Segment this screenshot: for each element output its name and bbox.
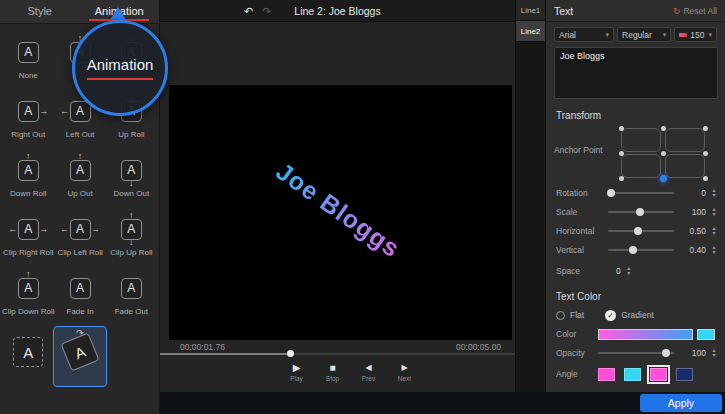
rotation-stepper[interactable]: ▴▾ <box>709 188 719 198</box>
chevron-down-icon: ▾ <box>705 31 712 39</box>
letter-a-icon: A <box>18 101 39 122</box>
stop-button[interactable]: ■Stop <box>321 361 345 382</box>
slider-knob[interactable] <box>629 246 637 254</box>
animation-preset-up-out[interactable]: A↑Up Out <box>54 150 105 209</box>
vertical-value[interactable]: 0.40 <box>680 245 706 255</box>
text-input[interactable]: Joe Bloggs <box>554 47 718 99</box>
font-size-select[interactable]: 150 ▾ <box>674 27 717 42</box>
arrow-left-icon: ← <box>60 107 69 116</box>
anchor-cell <box>621 154 661 178</box>
anchor-dot-3[interactable] <box>619 151 624 156</box>
preview-text[interactable]: Joe Bloggs <box>270 156 405 263</box>
anchor-point-grid[interactable] <box>618 125 708 181</box>
vertical-stepper[interactable]: ▴▾ <box>709 245 719 255</box>
scale-value[interactable]: 100 <box>680 207 706 217</box>
chevron-down-icon: ▾ <box>603 31 610 39</box>
opacity-stepper[interactable]: ▴ ▾ <box>709 348 719 358</box>
transport-label: Prev <box>362 375 375 382</box>
rotation-value[interactable]: 0 <box>680 188 706 198</box>
timeline-track[interactable] <box>160 353 515 355</box>
anchor-dot-2[interactable] <box>703 126 708 131</box>
reset-all-button[interactable]: ↻ Reset All <box>673 6 717 16</box>
color-row: Color <box>546 325 725 343</box>
anchor-dot-1[interactable] <box>661 126 666 131</box>
next-button[interactable]: ▶Next <box>393 361 417 382</box>
slider-knob[interactable] <box>636 208 644 216</box>
apply-button[interactable]: Apply <box>640 394 722 412</box>
animation-preset-label: Clip Left Roll <box>57 248 102 257</box>
horizontal-slider[interactable] <box>608 226 674 236</box>
redo-icon[interactable]: ↷ <box>262 1 271 21</box>
anchor-cell <box>621 128 661 152</box>
line-item-line1[interactable]: Line1 <box>516 0 545 21</box>
undo-icon[interactable]: ↶ <box>244 1 253 21</box>
gradient-color-swatch[interactable] <box>598 329 693 340</box>
anchor-dot-5[interactable] <box>703 151 708 156</box>
opacity-value[interactable]: 100 <box>680 348 706 358</box>
flat-radio[interactable] <box>556 311 565 320</box>
animation-preset-item[interactable]: A↷ <box>54 327 105 386</box>
arrow-top-icon: ↑ <box>26 270 31 279</box>
arrow-top-icon: ↑ <box>129 211 134 220</box>
angle-swatch-1[interactable] <box>598 368 615 381</box>
anchor-dot-4[interactable] <box>661 151 666 156</box>
anchor-cell <box>665 128 705 152</box>
anchor-dot-7[interactable] <box>660 175 667 182</box>
opacity-slider[interactable] <box>598 348 674 358</box>
angle-swatch-4[interactable] <box>676 368 693 381</box>
prev-button[interactable]: ◀Prev <box>357 361 381 382</box>
slider-knob[interactable] <box>607 189 615 197</box>
arrow-left-icon: ← <box>8 225 17 234</box>
animation-preset-clip-down-roll[interactable]: A↑Clip Down Roll <box>2 268 54 327</box>
animation-preset-icon: A <box>6 37 50 67</box>
animation-preset-icon: A↑ <box>6 273 50 303</box>
animation-preset-clip-left-roll[interactable]: A←→Clip Left Roll <box>54 209 105 268</box>
font-family-select[interactable]: Arial ▾ <box>554 27 614 42</box>
secondary-color-swatch[interactable] <box>697 329 715 340</box>
animation-preset-clip-right-roll[interactable]: A←→Clip Right Roll <box>2 209 54 268</box>
animation-preset-down-roll[interactable]: A↑Down Roll <box>2 150 54 209</box>
space-label: Space <box>556 266 608 276</box>
text-color-section-label: Text Color <box>556 291 725 302</box>
transport-label: Stop <box>326 375 339 382</box>
horizontal-value[interactable]: 0.50 <box>680 226 706 236</box>
slider-knob[interactable] <box>634 227 642 235</box>
line-item-line2[interactable]: Line2 <box>516 21 545 42</box>
angle-swatch-3[interactable] <box>650 368 667 381</box>
stepper-down-icon: ▾ <box>709 353 719 358</box>
angle-swatch-2[interactable] <box>624 368 641 381</box>
font-controls: Arial ▾ Regular ▾ 150 ▾ <box>546 22 725 42</box>
scale-stepper[interactable]: ▴▾ <box>709 207 719 217</box>
callout-pointer-icon <box>110 7 126 20</box>
font-style-select[interactable]: Regular ▾ <box>617 27 671 42</box>
space-stepper[interactable]: ▴ ▾ <box>624 266 634 276</box>
gradient-checkbox[interactable]: ✓ <box>605 310 616 321</box>
panel-title: Text <box>554 5 573 17</box>
slider-knob[interactable] <box>662 349 670 357</box>
tab-style[interactable]: Style <box>0 0 80 23</box>
rotation-slider[interactable] <box>608 188 674 198</box>
animation-preset-icon: A↷ <box>58 332 102 372</box>
animation-preset-item[interactable]: A <box>2 327 54 386</box>
stepper-down-icon: ▾ <box>624 271 634 276</box>
animation-preset-icon: A←→ <box>58 214 102 244</box>
stepper-down-icon: ▾ <box>709 212 719 217</box>
angle-row: Angle <box>546 364 725 384</box>
animation-preset-clip-up-roll[interactable]: A↑↓Clip Up Roll <box>106 209 157 268</box>
animation-preset-fade-out[interactable]: AFade Out <box>106 268 157 327</box>
horizontal-row: Horizontal0.50▴▾ <box>546 221 725 240</box>
animation-preset-fade-in[interactable]: AFade In <box>54 268 105 327</box>
horizontal-stepper[interactable]: ▴▾ <box>709 226 719 236</box>
animation-preset-down-out[interactable]: A↓Down Out <box>106 150 157 209</box>
animation-preset-none[interactable]: ANone <box>2 32 54 91</box>
play-button[interactable]: ▶Play <box>285 361 309 382</box>
space-value[interactable]: 0 <box>616 266 621 276</box>
animation-preset-icon: A↓ <box>109 155 153 185</box>
timeline-handle[interactable] <box>287 350 294 357</box>
anchor-dot-8[interactable] <box>703 176 708 181</box>
scale-slider[interactable] <box>608 207 674 217</box>
animation-preset-right-out[interactable]: A→Right Out <box>2 91 54 150</box>
vertical-slider[interactable] <box>608 245 674 255</box>
anchor-dot-0[interactable] <box>619 126 624 131</box>
anchor-dot-6[interactable] <box>619 176 624 181</box>
